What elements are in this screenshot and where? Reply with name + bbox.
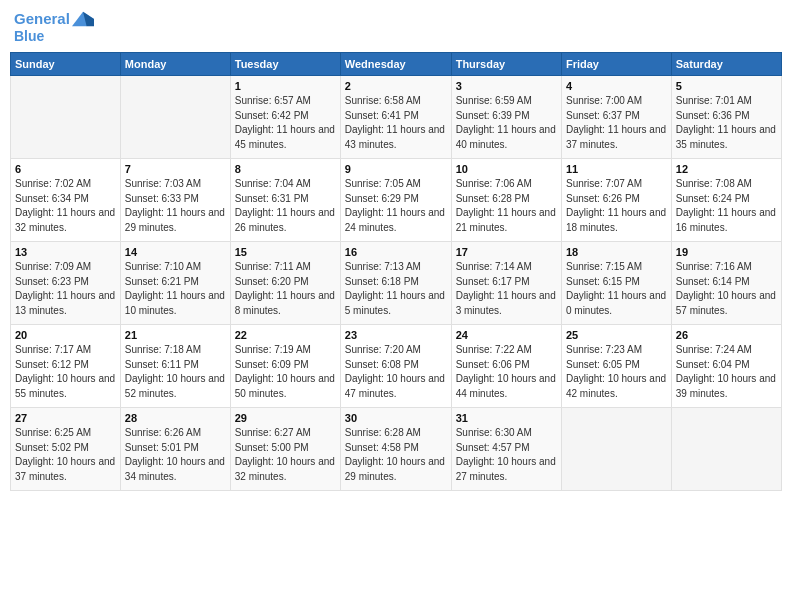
day-info: Sunrise: 7:04 AM Sunset: 6:31 PM Dayligh… <box>235 177 336 235</box>
day-number: 30 <box>345 412 447 424</box>
day-number: 21 <box>125 329 226 341</box>
day-info: Sunrise: 7:22 AM Sunset: 6:06 PM Dayligh… <box>456 343 557 401</box>
day-info: Sunrise: 7:17 AM Sunset: 6:12 PM Dayligh… <box>15 343 116 401</box>
day-number: 24 <box>456 329 557 341</box>
page-header: General Blue <box>10 10 782 44</box>
calendar-week-row: 1Sunrise: 6:57 AM Sunset: 6:42 PM Daylig… <box>11 76 782 159</box>
weekday-header: Tuesday <box>230 53 340 76</box>
logo: General Blue <box>14 10 94 44</box>
day-info: Sunrise: 7:13 AM Sunset: 6:18 PM Dayligh… <box>345 260 447 318</box>
calendar-cell <box>120 76 230 159</box>
day-info: Sunrise: 7:02 AM Sunset: 6:34 PM Dayligh… <box>15 177 116 235</box>
calendar-cell: 28Sunrise: 6:26 AM Sunset: 5:01 PM Dayli… <box>120 408 230 491</box>
calendar-cell: 16Sunrise: 7:13 AM Sunset: 6:18 PM Dayli… <box>340 242 451 325</box>
day-number: 9 <box>345 163 447 175</box>
calendar-cell: 26Sunrise: 7:24 AM Sunset: 6:04 PM Dayli… <box>671 325 781 408</box>
day-number: 23 <box>345 329 447 341</box>
calendar-cell: 7Sunrise: 7:03 AM Sunset: 6:33 PM Daylig… <box>120 159 230 242</box>
calendar-week-row: 6Sunrise: 7:02 AM Sunset: 6:34 PM Daylig… <box>11 159 782 242</box>
day-number: 2 <box>345 80 447 92</box>
calendar-cell: 1Sunrise: 6:57 AM Sunset: 6:42 PM Daylig… <box>230 76 340 159</box>
day-number: 27 <box>15 412 116 424</box>
day-info: Sunrise: 6:27 AM Sunset: 5:00 PM Dayligh… <box>235 426 336 484</box>
day-number: 10 <box>456 163 557 175</box>
day-info: Sunrise: 7:14 AM Sunset: 6:17 PM Dayligh… <box>456 260 557 318</box>
day-number: 11 <box>566 163 667 175</box>
calendar-cell: 10Sunrise: 7:06 AM Sunset: 6:28 PM Dayli… <box>451 159 561 242</box>
day-number: 20 <box>15 329 116 341</box>
calendar-week-row: 20Sunrise: 7:17 AM Sunset: 6:12 PM Dayli… <box>11 325 782 408</box>
day-number: 4 <box>566 80 667 92</box>
calendar-cell: 23Sunrise: 7:20 AM Sunset: 6:08 PM Dayli… <box>340 325 451 408</box>
day-number: 6 <box>15 163 116 175</box>
calendar-cell <box>561 408 671 491</box>
calendar-cell <box>11 76 121 159</box>
day-number: 16 <box>345 246 447 258</box>
day-info: Sunrise: 7:24 AM Sunset: 6:04 PM Dayligh… <box>676 343 777 401</box>
weekday-header: Monday <box>120 53 230 76</box>
day-info: Sunrise: 7:05 AM Sunset: 6:29 PM Dayligh… <box>345 177 447 235</box>
calendar-cell: 2Sunrise: 6:58 AM Sunset: 6:41 PM Daylig… <box>340 76 451 159</box>
day-info: Sunrise: 7:23 AM Sunset: 6:05 PM Dayligh… <box>566 343 667 401</box>
calendar-cell: 25Sunrise: 7:23 AM Sunset: 6:05 PM Dayli… <box>561 325 671 408</box>
day-info: Sunrise: 6:28 AM Sunset: 4:58 PM Dayligh… <box>345 426 447 484</box>
day-number: 13 <box>15 246 116 258</box>
calendar-week-row: 13Sunrise: 7:09 AM Sunset: 6:23 PM Dayli… <box>11 242 782 325</box>
calendar-cell: 17Sunrise: 7:14 AM Sunset: 6:17 PM Dayli… <box>451 242 561 325</box>
day-number: 5 <box>676 80 777 92</box>
day-number: 17 <box>456 246 557 258</box>
weekday-header: Wednesday <box>340 53 451 76</box>
day-info: Sunrise: 7:20 AM Sunset: 6:08 PM Dayligh… <box>345 343 447 401</box>
weekday-header-row: SundayMondayTuesdayWednesdayThursdayFrid… <box>11 53 782 76</box>
day-number: 12 <box>676 163 777 175</box>
day-number: 18 <box>566 246 667 258</box>
day-info: Sunrise: 7:09 AM Sunset: 6:23 PM Dayligh… <box>15 260 116 318</box>
calendar-cell: 6Sunrise: 7:02 AM Sunset: 6:34 PM Daylig… <box>11 159 121 242</box>
calendar-cell: 19Sunrise: 7:16 AM Sunset: 6:14 PM Dayli… <box>671 242 781 325</box>
day-number: 29 <box>235 412 336 424</box>
calendar-cell: 11Sunrise: 7:07 AM Sunset: 6:26 PM Dayli… <box>561 159 671 242</box>
day-number: 3 <box>456 80 557 92</box>
day-number: 14 <box>125 246 226 258</box>
calendar-cell: 4Sunrise: 7:00 AM Sunset: 6:37 PM Daylig… <box>561 76 671 159</box>
day-info: Sunrise: 7:00 AM Sunset: 6:37 PM Dayligh… <box>566 94 667 152</box>
calendar-cell: 13Sunrise: 7:09 AM Sunset: 6:23 PM Dayli… <box>11 242 121 325</box>
day-info: Sunrise: 7:08 AM Sunset: 6:24 PM Dayligh… <box>676 177 777 235</box>
day-info: Sunrise: 7:19 AM Sunset: 6:09 PM Dayligh… <box>235 343 336 401</box>
weekday-header: Saturday <box>671 53 781 76</box>
calendar-cell: 31Sunrise: 6:30 AM Sunset: 4:57 PM Dayli… <box>451 408 561 491</box>
calendar-cell: 15Sunrise: 7:11 AM Sunset: 6:20 PM Dayli… <box>230 242 340 325</box>
day-info: Sunrise: 7:18 AM Sunset: 6:11 PM Dayligh… <box>125 343 226 401</box>
day-info: Sunrise: 6:26 AM Sunset: 5:01 PM Dayligh… <box>125 426 226 484</box>
day-info: Sunrise: 6:58 AM Sunset: 6:41 PM Dayligh… <box>345 94 447 152</box>
calendar-cell: 14Sunrise: 7:10 AM Sunset: 6:21 PM Dayli… <box>120 242 230 325</box>
calendar-cell: 27Sunrise: 6:25 AM Sunset: 5:02 PM Dayli… <box>11 408 121 491</box>
day-info: Sunrise: 7:10 AM Sunset: 6:21 PM Dayligh… <box>125 260 226 318</box>
day-info: Sunrise: 7:01 AM Sunset: 6:36 PM Dayligh… <box>676 94 777 152</box>
day-info: Sunrise: 7:11 AM Sunset: 6:20 PM Dayligh… <box>235 260 336 318</box>
calendar-cell: 20Sunrise: 7:17 AM Sunset: 6:12 PM Dayli… <box>11 325 121 408</box>
calendar-cell: 29Sunrise: 6:27 AM Sunset: 5:00 PM Dayli… <box>230 408 340 491</box>
day-number: 19 <box>676 246 777 258</box>
calendar-cell: 18Sunrise: 7:15 AM Sunset: 6:15 PM Dayli… <box>561 242 671 325</box>
day-info: Sunrise: 7:06 AM Sunset: 6:28 PM Dayligh… <box>456 177 557 235</box>
day-info: Sunrise: 6:25 AM Sunset: 5:02 PM Dayligh… <box>15 426 116 484</box>
day-info: Sunrise: 6:59 AM Sunset: 6:39 PM Dayligh… <box>456 94 557 152</box>
calendar-cell: 21Sunrise: 7:18 AM Sunset: 6:11 PM Dayli… <box>120 325 230 408</box>
day-info: Sunrise: 7:03 AM Sunset: 6:33 PM Dayligh… <box>125 177 226 235</box>
day-number: 31 <box>456 412 557 424</box>
calendar-cell: 12Sunrise: 7:08 AM Sunset: 6:24 PM Dayli… <box>671 159 781 242</box>
calendar-cell: 8Sunrise: 7:04 AM Sunset: 6:31 PM Daylig… <box>230 159 340 242</box>
day-number: 25 <box>566 329 667 341</box>
calendar-cell: 9Sunrise: 7:05 AM Sunset: 6:29 PM Daylig… <box>340 159 451 242</box>
day-info: Sunrise: 7:07 AM Sunset: 6:26 PM Dayligh… <box>566 177 667 235</box>
weekday-header: Sunday <box>11 53 121 76</box>
calendar-cell: 5Sunrise: 7:01 AM Sunset: 6:36 PM Daylig… <box>671 76 781 159</box>
calendar-cell: 24Sunrise: 7:22 AM Sunset: 6:06 PM Dayli… <box>451 325 561 408</box>
day-info: Sunrise: 7:15 AM Sunset: 6:15 PM Dayligh… <box>566 260 667 318</box>
calendar-cell <box>671 408 781 491</box>
day-info: Sunrise: 7:16 AM Sunset: 6:14 PM Dayligh… <box>676 260 777 318</box>
calendar-week-row: 27Sunrise: 6:25 AM Sunset: 5:02 PM Dayli… <box>11 408 782 491</box>
day-info: Sunrise: 6:57 AM Sunset: 6:42 PM Dayligh… <box>235 94 336 152</box>
day-number: 8 <box>235 163 336 175</box>
